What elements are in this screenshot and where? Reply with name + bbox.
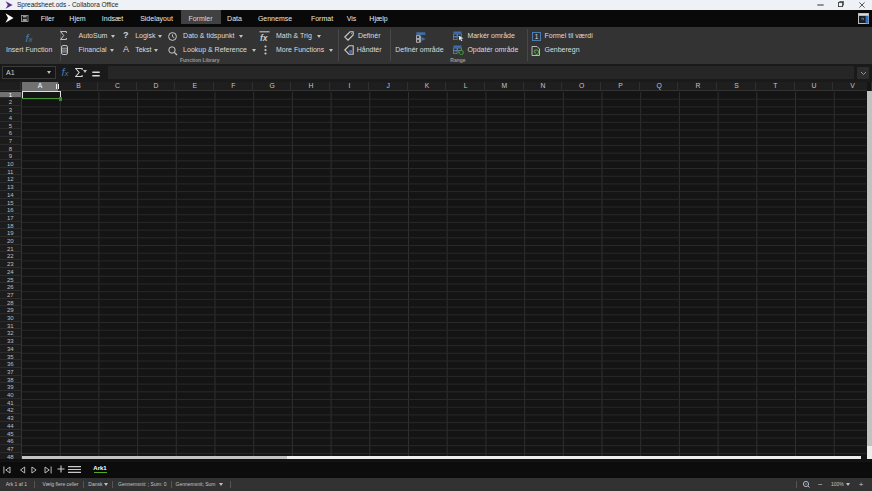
- svg-text:1: 1: [534, 33, 538, 40]
- svg-text:fx: fx: [260, 32, 269, 42]
